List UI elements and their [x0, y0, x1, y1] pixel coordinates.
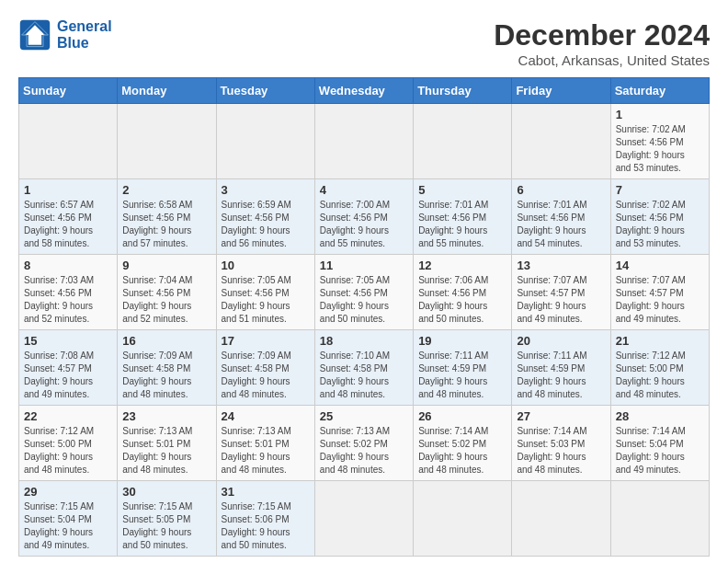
logo: General Blue — [18, 18, 112, 52]
day-number: 31 — [222, 485, 310, 499]
calendar-cell: 10Sunrise: 7:05 AM Sunset: 4:56 PM Dayli… — [216, 255, 314, 330]
day-info: Sunrise: 7:15 AM Sunset: 5:05 PM Dayligh… — [122, 500, 210, 552]
main-title: December 2024 — [494, 18, 710, 52]
calendar-cell: 9Sunrise: 7:04 AM Sunset: 4:56 PM Daylig… — [118, 255, 216, 330]
calendar-cell: 24Sunrise: 7:13 AM Sunset: 5:01 PM Dayli… — [216, 406, 314, 481]
calendar-cell: 17Sunrise: 7:09 AM Sunset: 4:58 PM Dayli… — [216, 330, 314, 406]
calendar-cell: 5Sunrise: 7:01 AM Sunset: 4:56 PM Daylig… — [414, 179, 512, 255]
calendar-cell: 21Sunrise: 7:12 AM Sunset: 5:00 PM Dayli… — [610, 330, 709, 406]
day-number: 6 — [517, 183, 605, 197]
calendar-cell: 7Sunrise: 7:02 AM Sunset: 4:56 PM Daylig… — [610, 179, 709, 255]
day-info: Sunrise: 7:06 AM Sunset: 4:56 PM Dayligh… — [418, 274, 506, 326]
day-number: 29 — [24, 485, 112, 499]
day-number: 1 — [24, 183, 112, 197]
calendar-cell: 29Sunrise: 7:15 AM Sunset: 5:04 PM Dayli… — [19, 481, 118, 557]
day-info: Sunrise: 7:00 AM Sunset: 4:56 PM Dayligh… — [320, 199, 408, 250]
day-number: 20 — [517, 334, 605, 348]
calendar-table: SundayMondayTuesdayWednesdayThursdayFrid… — [18, 77, 710, 557]
day-of-week-monday: Monday — [118, 78, 216, 104]
calendar-cell: 25Sunrise: 7:13 AM Sunset: 5:02 PM Dayli… — [314, 406, 413, 481]
day-number: 22 — [24, 409, 112, 423]
day-info: Sunrise: 7:12 AM Sunset: 5:00 PM Dayligh… — [616, 350, 704, 401]
calendar-cell: 12Sunrise: 7:06 AM Sunset: 4:56 PM Dayli… — [414, 255, 512, 330]
calendar-cell: 2Sunrise: 6:58 AM Sunset: 4:56 PM Daylig… — [118, 179, 216, 255]
calendar-cell: 19Sunrise: 7:11 AM Sunset: 4:59 PM Dayli… — [414, 330, 512, 406]
calendar-cell: 16Sunrise: 7:09 AM Sunset: 4:58 PM Dayli… — [118, 330, 216, 406]
day-number: 15 — [24, 334, 112, 348]
calendar-cell — [512, 104, 610, 179]
day-number: 10 — [222, 259, 310, 272]
day-info: Sunrise: 7:10 AM Sunset: 4:58 PM Dayligh… — [320, 350, 408, 401]
day-number: 2 — [122, 183, 210, 197]
subtitle: Cabot, Arkansas, United States — [494, 52, 710, 68]
calendar-cell: 22Sunrise: 7:12 AM Sunset: 5:00 PM Dayli… — [19, 406, 118, 481]
calendar-cell: 31Sunrise: 7:15 AM Sunset: 5:06 PM Dayli… — [216, 481, 314, 557]
day-of-week-tuesday: Tuesday — [216, 78, 314, 104]
calendar-cell: 15Sunrise: 7:08 AM Sunset: 4:57 PM Dayli… — [19, 330, 118, 406]
title-area: December 2024 Cabot, Arkansas, United St… — [494, 18, 710, 68]
day-info: Sunrise: 7:04 AM Sunset: 4:56 PM Dayligh… — [122, 274, 210, 326]
calendar-cell: 23Sunrise: 7:13 AM Sunset: 5:01 PM Dayli… — [118, 406, 216, 481]
day-info: Sunrise: 7:15 AM Sunset: 5:06 PM Dayligh… — [222, 500, 310, 552]
day-info: Sunrise: 7:11 AM Sunset: 4:59 PM Dayligh… — [517, 350, 605, 401]
day-number: 9 — [122, 259, 210, 272]
logo-icon — [18, 18, 51, 52]
calendar-week-1: 1Sunrise: 7:02 AM Sunset: 4:56 PM Daylig… — [19, 104, 710, 179]
day-number: 23 — [122, 409, 210, 423]
calendar-cell — [19, 104, 118, 179]
logo-text: General Blue — [57, 18, 112, 51]
day-info: Sunrise: 7:09 AM Sunset: 4:58 PM Dayligh… — [222, 350, 310, 401]
calendar-cell: 11Sunrise: 7:05 AM Sunset: 4:56 PM Dayli… — [314, 255, 413, 330]
calendar-cell: 28Sunrise: 7:14 AM Sunset: 5:04 PM Dayli… — [610, 406, 709, 481]
day-info: Sunrise: 7:05 AM Sunset: 4:56 PM Dayligh… — [320, 274, 408, 326]
calendar-cell: 20Sunrise: 7:11 AM Sunset: 4:59 PM Dayli… — [512, 330, 610, 406]
day-number: 13 — [517, 259, 605, 272]
calendar-cell: 8Sunrise: 7:03 AM Sunset: 4:56 PM Daylig… — [19, 255, 118, 330]
day-of-week-friday: Friday — [512, 78, 610, 104]
day-info: Sunrise: 7:14 AM Sunset: 5:04 PM Dayligh… — [616, 425, 704, 477]
calendar-cell — [610, 481, 709, 557]
calendar-week-4: 15Sunrise: 7:08 AM Sunset: 4:57 PM Dayli… — [19, 330, 710, 406]
day-info: Sunrise: 7:11 AM Sunset: 4:59 PM Dayligh… — [418, 350, 506, 401]
calendar-cell: 3Sunrise: 6:59 AM Sunset: 4:56 PM Daylig… — [216, 179, 314, 255]
day-number: 26 — [418, 409, 506, 423]
day-info: Sunrise: 7:09 AM Sunset: 4:58 PM Dayligh… — [122, 350, 210, 401]
day-info: Sunrise: 7:13 AM Sunset: 5:01 PM Dayligh… — [122, 425, 210, 477]
day-number: 18 — [320, 334, 408, 348]
day-number: 3 — [222, 183, 310, 197]
day-info: Sunrise: 7:02 AM Sunset: 4:56 PM Dayligh… — [616, 123, 704, 175]
day-info: Sunrise: 7:01 AM Sunset: 4:56 PM Dayligh… — [517, 199, 605, 250]
day-of-week-wednesday: Wednesday — [314, 78, 413, 104]
calendar-header-row: SundayMondayTuesdayWednesdayThursdayFrid… — [19, 78, 710, 104]
calendar-cell: 30Sunrise: 7:15 AM Sunset: 5:05 PM Dayli… — [118, 481, 216, 557]
calendar-cell — [118, 104, 216, 179]
calendar-cell: 18Sunrise: 7:10 AM Sunset: 4:58 PM Dayli… — [314, 330, 413, 406]
day-of-week-saturday: Saturday — [610, 78, 709, 104]
day-info: Sunrise: 7:02 AM Sunset: 4:56 PM Dayligh… — [616, 199, 704, 250]
day-info: Sunrise: 6:58 AM Sunset: 4:56 PM Dayligh… — [122, 199, 210, 250]
day-info: Sunrise: 7:03 AM Sunset: 4:56 PM Dayligh… — [24, 274, 112, 326]
calendar-cell — [512, 481, 610, 557]
day-info: Sunrise: 7:01 AM Sunset: 4:56 PM Dayligh… — [418, 199, 506, 250]
calendar-cell — [414, 481, 512, 557]
calendar-cell: 6Sunrise: 7:01 AM Sunset: 4:56 PM Daylig… — [512, 179, 610, 255]
calendar-cell: 1Sunrise: 7:02 AM Sunset: 4:56 PM Daylig… — [610, 104, 709, 179]
calendar-cell: 1Sunrise: 6:57 AM Sunset: 4:56 PM Daylig… — [19, 179, 118, 255]
calendar-cell: 27Sunrise: 7:14 AM Sunset: 5:03 PM Dayli… — [512, 406, 610, 481]
day-number: 24 — [222, 409, 310, 423]
day-number: 8 — [24, 259, 112, 272]
calendar-cell: 14Sunrise: 7:07 AM Sunset: 4:57 PM Dayli… — [610, 255, 709, 330]
day-number: 14 — [616, 259, 704, 272]
day-number: 12 — [418, 259, 506, 272]
day-number: 21 — [616, 334, 704, 348]
day-number: 28 — [616, 409, 704, 423]
day-number: 30 — [122, 485, 210, 499]
day-number: 25 — [320, 409, 408, 423]
calendar-week-6: 29Sunrise: 7:15 AM Sunset: 5:04 PM Dayli… — [19, 481, 710, 557]
day-number: 27 — [517, 409, 605, 423]
day-info: Sunrise: 7:07 AM Sunset: 4:57 PM Dayligh… — [616, 274, 704, 326]
day-number: 16 — [122, 334, 210, 348]
day-number: 7 — [616, 183, 704, 197]
day-number: 19 — [418, 334, 506, 348]
calendar-cell: 4Sunrise: 7:00 AM Sunset: 4:56 PM Daylig… — [314, 179, 413, 255]
